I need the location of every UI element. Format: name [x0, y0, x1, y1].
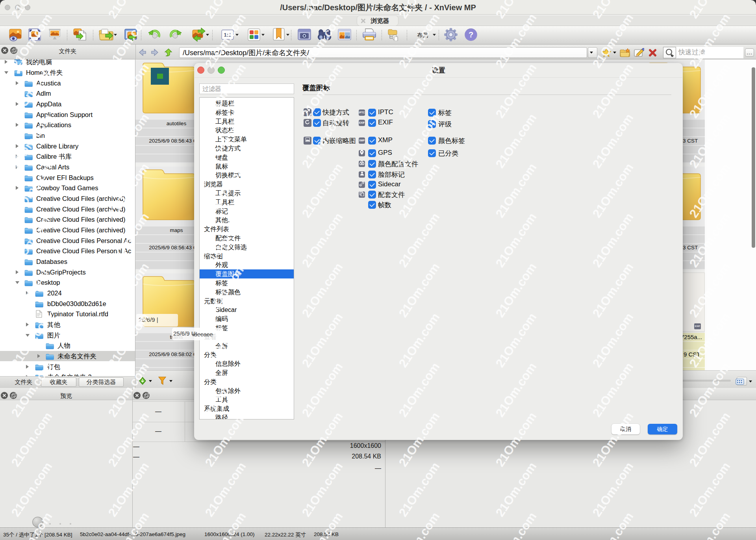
- svg-text:1:1: 1:1: [224, 32, 232, 38]
- svg-text:?: ?: [469, 30, 473, 39]
